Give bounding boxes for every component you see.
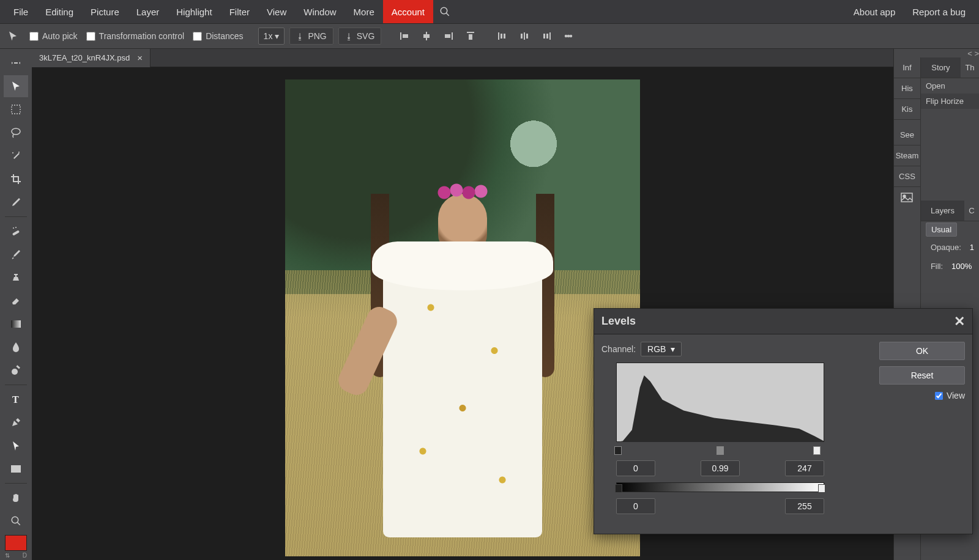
swatch-switch-row[interactable]: ⇅D [4,551,28,559]
zoom-select[interactable]: 1x ▾ [258,28,285,45]
menu-window[interactable]: Window [295,0,344,23]
marquee-tool[interactable] [4,98,28,120]
clone-stamp-tool[interactable] [4,267,28,289]
menu-file[interactable]: File [5,0,37,23]
transformation-checkbox[interactable]: Transformation control [86,31,185,41]
distribute-left-icon[interactable] [494,28,511,45]
png-label: PNG [308,31,326,41]
gradient-tool[interactable] [4,313,28,335]
panel-see[interactable]: See [894,125,920,146]
opacity-value[interactable]: 1 [970,243,974,252]
menu-editing[interactable]: Editing [37,0,82,23]
panel-his[interactable]: His [894,78,920,99]
black-point-handle[interactable] [614,446,622,455]
menu-picture[interactable]: Picture [82,0,128,23]
menu-account[interactable]: Account [383,0,433,23]
output-black-handle[interactable] [615,484,622,493]
fill-value[interactable]: 100% [951,262,972,271]
panel-collapse-icon[interactable]: < > [894,49,979,57]
channel-select[interactable]: RGB ▾ [641,342,682,356]
collapse-icon[interactable] [4,52,28,74]
input-black-value[interactable]: 0 [616,460,655,476]
brush-tool[interactable] [4,243,28,265]
menu-layer[interactable]: Layer [128,0,168,23]
blend-mode-select[interactable]: Usual [926,223,957,237]
story-tab[interactable]: Story [921,57,961,78]
distribute-spacing-icon[interactable] [560,28,577,45]
close-icon[interactable]: ✕ [954,314,965,330]
type-tool[interactable]: T [4,388,28,410]
export-png-button[interactable]: ⭳ PNG [289,28,333,45]
image-panel-icon[interactable] [894,187,920,208]
document-tab[interactable]: 3kL7EA_t20_knR4JX.psd × [32,49,151,67]
ok-button[interactable]: OK [879,342,965,360]
menu-view[interactable]: View [258,0,295,23]
zoom-value: 1x [264,31,273,41]
panel-kis[interactable]: Kis [894,99,920,120]
svg-rect-12 [504,34,505,39]
histogram [616,363,824,442]
input-levels-slider[interactable] [616,448,824,454]
align-center-h-icon[interactable] [418,28,435,45]
pen-tool[interactable] [4,411,28,433]
healing-brush-tool[interactable] [4,220,28,242]
panel-inf[interactable]: Inf [894,57,920,78]
input-gamma-value[interactable]: 0.99 [701,460,740,476]
eyedropper-tool[interactable] [4,191,28,213]
auto-pick-checkbox[interactable]: Auto pick [29,31,78,41]
magic-wand-tool[interactable] [4,145,28,167]
output-black-value[interactable]: 0 [616,498,655,514]
align-left-icon[interactable] [396,28,413,45]
distribute-right-icon[interactable] [538,28,555,45]
svg-point-28 [18,152,20,153]
close-icon[interactable]: × [137,53,143,63]
svg-rect-5 [423,34,430,38]
svg-rect-14 [524,32,525,40]
view-checkbox[interactable]: View [935,391,965,400]
options-toolbar: Auto pick Transformation control Distanc… [0,23,979,49]
menu-about[interactable]: About app [845,0,904,23]
align-right-icon[interactable] [440,28,457,45]
th-tab[interactable]: Th [961,57,979,78]
levels-titlebar[interactable]: Levels ✕ [594,309,972,334]
history-flip[interactable]: Flip Horize [921,94,979,109]
path-select-tool[interactable] [4,435,28,457]
menu-report-bug[interactable]: Report a bug [904,0,974,23]
menu-filter[interactable]: Filter [221,0,258,23]
crop-tool[interactable] [4,168,28,190]
svg-rect-18 [549,32,551,40]
opacity-label: Opaque: [926,239,966,256]
reset-button[interactable]: Reset [879,366,965,385]
hand-tool[interactable] [4,487,28,509]
foreground-color-swatch[interactable] [5,535,27,551]
blur-tool[interactable] [4,336,28,358]
svg-rect-8 [467,32,474,33]
layers-tab[interactable]: Layers [921,201,964,221]
move-tool[interactable] [4,75,28,97]
dodge-tool[interactable] [4,359,28,381]
tool-strip: T ⇅D [0,49,32,560]
panel-steam[interactable]: Steam [894,146,920,166]
menu-highlight[interactable]: Highlight [168,0,220,23]
layers-channels-tab[interactable]: C [964,201,979,221]
history-open[interactable]: Open [921,78,979,94]
eraser-tool[interactable] [4,290,28,312]
white-point-handle[interactable] [813,446,821,455]
export-svg-button[interactable]: ⭳ SVG [338,28,382,45]
align-top-icon[interactable] [462,28,479,45]
distribute-center-icon[interactable] [516,28,533,45]
midtone-handle[interactable] [717,446,724,455]
input-white-value[interactable]: 247 [785,460,824,476]
menubar: File Editing Picture Layer Highlight Fil… [0,0,979,23]
svg-line-40 [17,522,20,525]
search-icon[interactable] [433,0,456,23]
rectangle-tool[interactable] [4,458,28,480]
output-white-handle[interactable] [818,484,825,493]
distances-checkbox[interactable]: Distances [193,31,243,41]
output-white-value[interactable]: 255 [785,498,824,514]
lasso-tool[interactable] [4,122,28,144]
panel-css[interactable]: CSS [894,166,920,187]
menu-more[interactable]: More [345,0,383,23]
zoom-tool[interactable] [4,510,28,532]
output-levels-slider[interactable] [616,482,824,492]
